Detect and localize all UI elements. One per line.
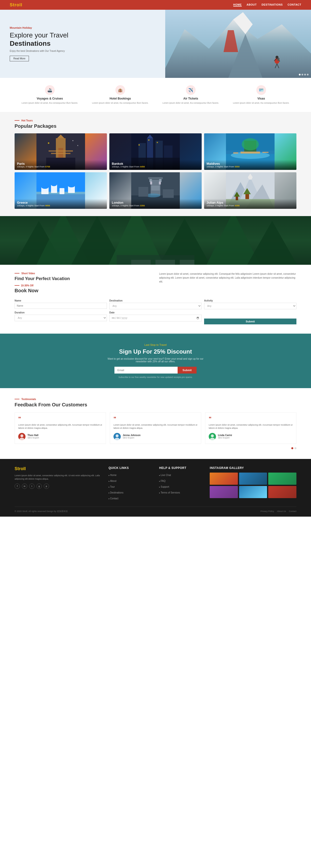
footer-quick-links: QUICK LINKS Home About Tour Destinations… xyxy=(109,466,152,502)
svg-point-43 xyxy=(41,185,48,189)
service-air: ✈️ Air Tickets Lorem ipsum dolor sit ame… xyxy=(156,85,226,105)
footer-link-support[interactable]: Support xyxy=(159,486,169,488)
packages-grid: Paris 10Days, 4 Nights Start From 6758 xyxy=(14,133,297,209)
insta-thumb-4[interactable] xyxy=(210,486,238,498)
svg-rect-57 xyxy=(138,187,148,197)
footer-help-list: Live Chat FAQ Support Terms of Services xyxy=(159,472,202,494)
package-bangkok[interactable]: Bankok 10Days, 3 Nights Start From 4456 xyxy=(109,133,202,170)
voyages-icon: 🚢 xyxy=(45,85,55,95)
hotels-desc: Lorem ipsum dolor sit amet, Ea consequun… xyxy=(88,101,153,105)
london-info: 10Days, 3 Nights Start From 3356 xyxy=(112,205,199,207)
insta-thumb-1[interactable] xyxy=(210,472,238,485)
package-maldives[interactable]: Maldives 10Days, 3 Nights Start From 555… xyxy=(204,133,297,170)
svg-rect-39 xyxy=(263,152,269,153)
logo[interactable]: Stroll xyxy=(10,2,22,7)
pinterest-icon[interactable]: p xyxy=(44,484,49,489)
quote-icon-3: " xyxy=(209,416,293,422)
footer-about-us[interactable]: About Us xyxy=(277,510,286,513)
service-visas: 🪪 Visas Lorem ipsum dolor sit amet, Ea c… xyxy=(226,85,297,105)
duration-select[interactable]: Any xyxy=(14,315,107,321)
london-name: London xyxy=(112,201,199,205)
discount-section: Last Stop to Travel Sign Up For 25% Disc… xyxy=(0,334,311,388)
julian-overlay: Julian Alps 10Days, 3 Nights Start From … xyxy=(204,199,297,209)
insta-thumb-6[interactable] xyxy=(268,486,297,498)
quick-links-title: QUICK LINKS xyxy=(109,466,152,470)
date-input[interactable] xyxy=(109,315,202,321)
footer-link-contact[interactable]: Contact xyxy=(109,497,118,500)
svg-rect-28 xyxy=(138,144,140,146)
svg-rect-58 xyxy=(163,189,174,198)
package-paris[interactable]: Paris 10Days, 4 Nights Start From 6758 xyxy=(14,133,107,170)
vacation-left: Short Video Find Your Perfect Vacation 1… xyxy=(14,272,152,297)
footer-link-home[interactable]: Home xyxy=(109,474,116,476)
hero-section: Mountain Holiday Explore your Travel Des… xyxy=(0,10,311,78)
svg-rect-81 xyxy=(131,260,151,265)
date-label: Date xyxy=(109,311,202,314)
footer-link-about[interactable]: About xyxy=(109,479,116,482)
visas-title: Visas xyxy=(229,97,294,100)
activity-select[interactable]: Any xyxy=(204,303,297,309)
read-more-button[interactable]: Read More xyxy=(10,56,29,61)
footer: Stroll Lorem ipsum dolor sit amet, conse… xyxy=(0,459,311,517)
insta-thumb-3[interactable] xyxy=(268,472,297,485)
hero-subtitle: Enjoy the best Destinations with Our Tra… xyxy=(10,50,156,52)
name-input[interactable] xyxy=(14,303,107,309)
svg-rect-35 xyxy=(241,152,260,154)
voyages-title: Voyages & Cruises xyxy=(17,97,82,100)
footer-quick-links-list: Home About Tour Destinations Contact xyxy=(109,472,152,500)
testimonials-dot-1[interactable] xyxy=(291,447,293,449)
insta-thumb-5[interactable] xyxy=(239,486,267,498)
footer-contact[interactable]: Contact xyxy=(289,510,297,513)
nav-destinations[interactable]: DESTINATIONS xyxy=(262,3,283,6)
footer-link-faq[interactable]: FAQ xyxy=(159,479,166,482)
services-section: 🚢 Voyages & Cruises Lorem ipsum dolor si… xyxy=(0,78,311,112)
hero-dot-4[interactable] xyxy=(307,74,309,75)
facebook-icon[interactable]: f xyxy=(14,484,20,489)
discount-title: Sign Up For 25% Discount xyxy=(5,348,306,355)
discount-submit-button[interactable]: Submit xyxy=(178,367,196,374)
insta-thumb-2[interactable] xyxy=(239,472,267,485)
form-row-1: Name Destination Any Activity Any xyxy=(14,299,297,309)
nav-contact[interactable]: CONTACT xyxy=(288,3,301,6)
footer-link-tour[interactable]: Tour xyxy=(109,486,115,488)
footer-bottom-links: Privacy Policy About Us Contact xyxy=(261,510,297,513)
video-thumbnail: ▶ xyxy=(0,216,311,265)
testimonials-title: Feedback From Our Customers xyxy=(14,402,297,408)
footer-link-terms[interactable]: Terms of Services xyxy=(159,491,180,494)
svg-point-37 xyxy=(242,138,259,150)
hero-image-container xyxy=(165,10,311,78)
discount-email-input[interactable] xyxy=(114,367,178,374)
svg-point-18 xyxy=(48,142,49,144)
package-greece[interactable]: Greece 10Days, 4 Nights Start From 9856 xyxy=(14,172,107,209)
package-london[interactable]: London 10Days, 3 Nights Start From 3356 xyxy=(109,172,202,209)
destination-select[interactable]: Any xyxy=(109,303,202,309)
nav-about[interactable]: ABOUT xyxy=(247,3,257,6)
submit-field-group: Submit Submit xyxy=(204,311,297,324)
hero-dot-1[interactable] xyxy=(299,74,301,75)
hero-dot-3[interactable] xyxy=(304,74,306,75)
package-julian-alps[interactable]: Julian Alps 10Days, 3 Nights Start From … xyxy=(204,172,297,209)
footer-link-livechat[interactable]: Live Chat xyxy=(159,474,171,476)
testimonials-dot-2[interactable] xyxy=(295,447,297,449)
video-section: ▶ xyxy=(0,216,311,265)
test-text-2: Lorem ipsum dolor sit amet, consectetur … xyxy=(113,424,198,430)
google-icon[interactable]: g xyxy=(36,484,42,489)
svg-rect-46 xyxy=(60,188,64,194)
logo-text: Str xyxy=(10,2,16,7)
svg-rect-30 xyxy=(157,142,158,143)
hero-dot-2[interactable] xyxy=(302,74,303,75)
testimonials-tag: Testimonials xyxy=(14,398,297,401)
footer-link-destinations[interactable]: Destinations xyxy=(109,491,124,494)
maldives-name: Maldives xyxy=(207,162,294,165)
nav-home[interactable]: HOME xyxy=(233,3,242,6)
footer-privacy[interactable]: Privacy Policy xyxy=(261,510,274,513)
twitter-icon[interactable]: t xyxy=(29,484,35,489)
paris-info: 10Days, 4 Nights Start From 6758 xyxy=(17,165,104,168)
svg-point-89 xyxy=(210,438,215,440)
packages-tag: Hot Tours xyxy=(14,119,297,122)
booking-submit-button[interactable]: Submit xyxy=(204,318,297,324)
london-overlay: London 10Days, 3 Nights Start From 3356 xyxy=(109,199,202,209)
help-title: HELP & SUPPORT xyxy=(159,466,202,470)
instagram-icon[interactable]: in xyxy=(22,484,27,489)
avatar-3 xyxy=(209,433,216,440)
